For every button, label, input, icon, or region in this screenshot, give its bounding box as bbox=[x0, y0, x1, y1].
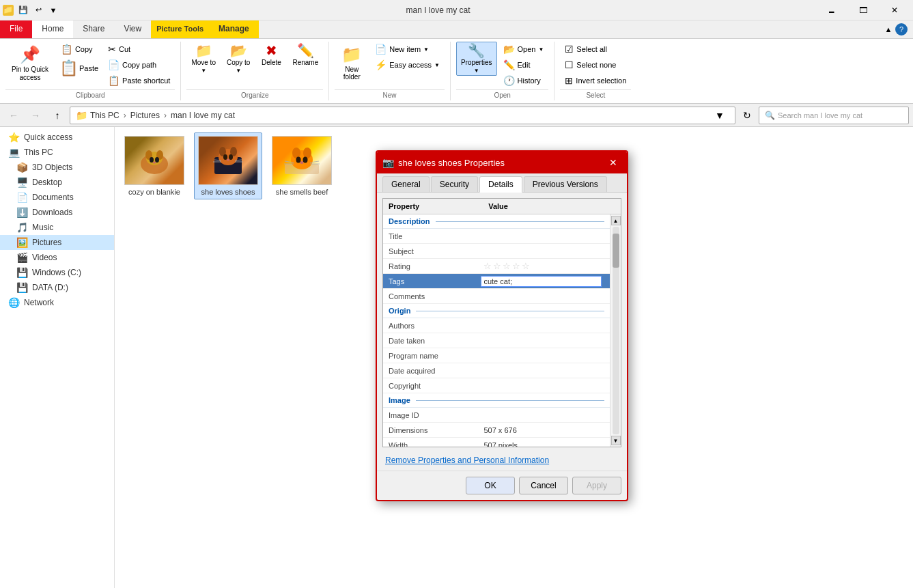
apply-button[interactable]: Apply bbox=[572, 477, 621, 494]
dialog-title: she loves shoes Properties bbox=[398, 158, 505, 168]
qat-dropdown-btn[interactable]: ▼ bbox=[46, 3, 60, 17]
open-group-label: Open bbox=[456, 89, 548, 100]
copy-path-button[interactable]: 📄 Copy path bbox=[103, 57, 175, 72]
invert-selection-button[interactable]: ⊞ Invert selection bbox=[560, 73, 631, 88]
tab-file[interactable]: File bbox=[0, 20, 32, 38]
copy-button[interactable]: 📋 Copy bbox=[56, 42, 102, 57]
svg-point-11 bbox=[223, 154, 227, 160]
copy-to-button[interactable]: 📂 Copy to▼ bbox=[222, 42, 255, 76]
copy-path-icon: 📄 bbox=[108, 59, 120, 70]
address-bar[interactable]: 📁 This PC › Pictures › man I love my cat… bbox=[70, 107, 735, 124]
pin-to-quick-access-button[interactable]: 📌 Pin to Quickaccess bbox=[5, 42, 55, 85]
row-title: Title bbox=[383, 229, 610, 244]
file-label: she loves shoes bbox=[201, 188, 255, 196]
easy-access-button[interactable]: ⚡ Easy access▼ bbox=[370, 57, 445, 72]
paste-shortcut-icon: 📋 bbox=[108, 75, 120, 86]
select-all-icon: ☑ bbox=[565, 44, 574, 55]
sidebar-item-data-d[interactable]: 💾 DATA (D:) bbox=[0, 280, 114, 295]
section-image: Image bbox=[383, 393, 610, 408]
scroll-thumb[interactable] bbox=[613, 234, 619, 268]
move-to-button[interactable]: 📁 Move to▼ bbox=[186, 42, 221, 76]
properties-icon: 🔧 bbox=[468, 44, 485, 57]
file-thumbnail bbox=[272, 136, 332, 185]
help-btn[interactable]: ? bbox=[895, 23, 908, 36]
file-item-she-smells-beef[interactable]: she smells beef bbox=[268, 132, 336, 199]
sidebar-item-documents[interactable]: 📄 Documents bbox=[0, 190, 114, 205]
row-dimensions: Dimensions 507 x 676 bbox=[383, 423, 610, 438]
cancel-button[interactable]: Cancel bbox=[519, 477, 568, 494]
row-authors: Authors bbox=[383, 318, 610, 333]
address-dropdown-button[interactable]: ▼ bbox=[710, 106, 729, 125]
edit-icon: ✏️ bbox=[503, 59, 515, 70]
file-item-she-loves-shoes[interactable]: she loves shoes bbox=[194, 132, 262, 199]
sidebar-item-windows-c[interactable]: 💾 Windows (C:) bbox=[0, 265, 114, 280]
edit-button[interactable]: ✏️ Edit bbox=[498, 57, 549, 72]
delete-button[interactable]: ✖ Delete bbox=[256, 42, 286, 68]
property-header: Property bbox=[383, 201, 483, 212]
properties-dialog[interactable]: 📷 she loves shoes Properties ✕ General S… bbox=[376, 150, 628, 501]
sidebar-item-pictures[interactable]: 🖼️ Pictures bbox=[0, 235, 114, 250]
new-item-button[interactable]: 📄 New item▼ bbox=[370, 42, 445, 57]
tab-manage[interactable]: Manage bbox=[209, 20, 259, 38]
tab-details[interactable]: Details bbox=[479, 176, 522, 193]
sidebar-item-videos[interactable]: 🎬 Videos bbox=[0, 250, 114, 265]
tab-security[interactable]: Security bbox=[431, 176, 478, 192]
tab-previous-versions[interactable]: Previous Versions bbox=[524, 176, 607, 192]
row-width: Width 507 pixels bbox=[383, 438, 610, 447]
breadcrumb-pictures[interactable]: Pictures bbox=[130, 111, 160, 120]
scroll-down-btn[interactable]: ▼ bbox=[611, 436, 621, 445]
minimize-button[interactable]: 🗕 bbox=[816, 0, 847, 20]
paste-button[interactable]: 📋 Paste bbox=[56, 57, 102, 79]
paste-shortcut-button[interactable]: 📋 Paste shortcut bbox=[103, 73, 175, 88]
sidebar-item-network[interactable]: 🌐 Network bbox=[0, 295, 114, 310]
tab-home[interactable]: Home bbox=[32, 20, 73, 38]
tab-picture-tools[interactable]: Picture Tools bbox=[151, 20, 209, 38]
back-button[interactable]: ← bbox=[4, 106, 23, 125]
breadcrumb-current[interactable]: man I love my cat bbox=[171, 111, 235, 120]
file-item-cozy-on-blankie[interactable]: cozy on blankie bbox=[120, 132, 188, 199]
sidebar-item-3d-objects[interactable]: 📦 3D Objects bbox=[0, 160, 114, 175]
sidebar-item-downloads[interactable]: ⬇️ Downloads bbox=[0, 205, 114, 220]
refresh-button[interactable]: ↻ bbox=[738, 107, 756, 124]
sidebar-item-this-pc[interactable]: 💻 This PC bbox=[0, 145, 114, 160]
forward-button[interactable]: → bbox=[26, 106, 45, 125]
value-header: Value bbox=[483, 201, 611, 212]
file-label: she smells beef bbox=[276, 188, 328, 196]
ribbon-group-clipboard: 📌 Pin to Quickaccess 📋 Copy 📋 Paste bbox=[0, 42, 181, 100]
dialog-close-button[interactable]: ✕ bbox=[605, 156, 621, 169]
new-folder-button[interactable]: 📁 Newfolder bbox=[335, 42, 369, 84]
tab-general[interactable]: General bbox=[382, 176, 430, 192]
ok-button[interactable]: OK bbox=[466, 477, 515, 494]
close-button[interactable]: ✕ bbox=[879, 0, 910, 20]
navigation-bar: ← → ↑ 📁 This PC › Pictures › man I love … bbox=[0, 104, 913, 127]
cut-button[interactable]: ✂ Cut bbox=[103, 42, 175, 57]
svg-point-22 bbox=[296, 157, 301, 163]
sidebar-item-desktop[interactable]: 🖥️ Desktop bbox=[0, 175, 114, 190]
qat-undo-btn[interactable]: ↩ bbox=[31, 3, 45, 17]
rename-icon: ✏️ bbox=[297, 44, 314, 57]
ribbon-collapse-btn[interactable]: ▲ bbox=[882, 23, 895, 36]
qat-save-btn[interactable]: 💾 bbox=[16, 3, 30, 17]
history-button[interactable]: 🕐 History bbox=[498, 73, 549, 88]
properties-button[interactable]: 🔧 Properties▼ bbox=[456, 42, 497, 76]
up-button[interactable]: ↑ bbox=[48, 106, 67, 125]
select-none-button[interactable]: ☐ Select none bbox=[560, 57, 631, 72]
open-button[interactable]: 📂 Open▼ bbox=[498, 42, 549, 57]
sidebar-item-quick-access[interactable]: ⭐ Quick access bbox=[0, 130, 114, 145]
scrollbar[interactable]: ▲ ▼ bbox=[610, 214, 621, 447]
search-bar[interactable]: 🔍 Search man I love my cat bbox=[759, 107, 909, 124]
tab-share[interactable]: Share bbox=[73, 20, 114, 38]
row-tags[interactable]: Tags bbox=[383, 274, 610, 289]
scroll-track bbox=[613, 227, 619, 434]
maximize-button[interactable]: 🗖 bbox=[847, 0, 879, 20]
tab-view[interactable]: View bbox=[114, 20, 151, 38]
ribbon-group-organize: 📁 Move to▼ 📂 Copy to▼ ✖ Delete ✏️ Rename… bbox=[181, 42, 329, 100]
select-all-button[interactable]: ☑ Select all bbox=[560, 42, 631, 57]
tags-input[interactable] bbox=[481, 276, 602, 287]
rename-button[interactable]: ✏️ Rename bbox=[287, 42, 323, 68]
remove-properties-link[interactable]: Remove Properties and Personal Informati… bbox=[385, 456, 549, 465]
scroll-up-btn[interactable]: ▲ bbox=[611, 216, 621, 225]
sidebar-item-music[interactable]: 🎵 Music bbox=[0, 220, 114, 235]
breadcrumb-this-pc[interactable]: This PC bbox=[90, 111, 120, 120]
row-image-id: Image ID bbox=[383, 408, 610, 423]
